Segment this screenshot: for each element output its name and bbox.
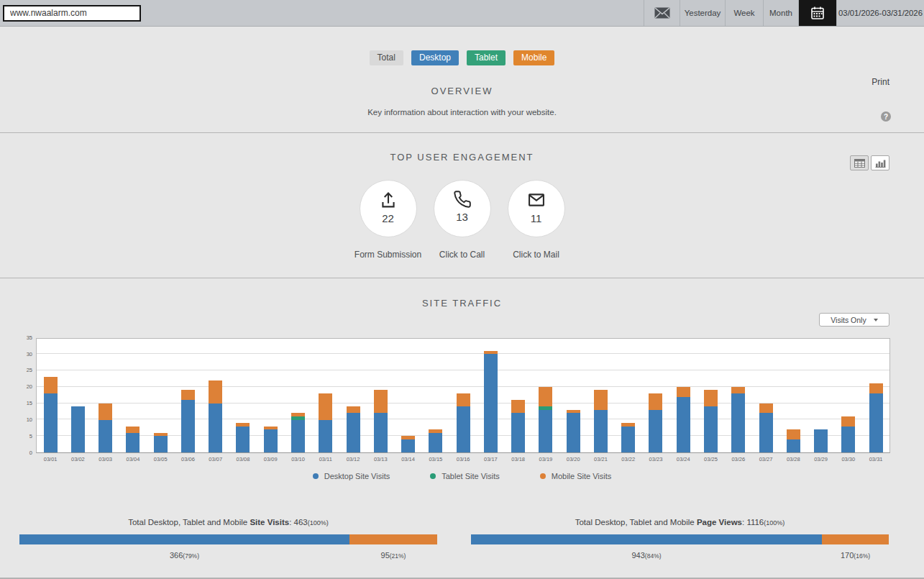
filter-tablet-button[interactable]: Tablet	[467, 50, 506, 65]
stacked-bar-03-08[interactable]	[229, 339, 257, 452]
total-segment-label: 943(84%)	[471, 551, 822, 560]
total-segment-label: 366(79%)	[19, 551, 349, 560]
filter-mobile-button[interactable]: Mobile	[513, 50, 554, 65]
stacked-bar-03-07[interactable]	[202, 339, 229, 452]
x-tick: 03/03	[92, 456, 119, 462]
date-range-label: 03/01/2026-03/31/2026	[836, 0, 924, 26]
bar-segment	[99, 404, 112, 420]
stacked-bar-03-19[interactable]	[532, 339, 559, 452]
stacked-bar-03-15[interactable]	[422, 339, 449, 452]
click-to-mail-circle[interactable]: 11	[508, 180, 565, 237]
stacked-bar-03-22[interactable]	[615, 339, 642, 452]
form-submission-circle[interactable]: 22	[360, 180, 417, 237]
range-yesterday-button[interactable]: Yesterday	[680, 0, 725, 26]
page-views-stacked-bar	[471, 534, 889, 544]
click-to-call-circle[interactable]: 13	[434, 180, 491, 237]
bar-segment	[787, 439, 800, 452]
bar-segment	[319, 420, 332, 453]
bar-segment	[209, 380, 222, 404]
stacked-bar-03-02[interactable]	[64, 339, 91, 452]
bar-segment	[457, 393, 470, 406]
stacked-bar-03-04[interactable]	[119, 339, 147, 452]
bar-segment	[841, 416, 855, 427]
stacked-bar-03-17[interactable]	[477, 339, 504, 452]
calendar-button[interactable]	[798, 0, 836, 26]
overview-title: OVERVIEW	[0, 86, 924, 96]
legend-item[interactable]: Desktop Site Visits	[313, 472, 390, 480]
help-icon[interactable]: ?	[881, 111, 891, 122]
bar-segment	[511, 413, 525, 452]
envelope-icon	[654, 7, 670, 19]
legend-item[interactable]: Tablet Site Visits	[430, 472, 500, 480]
chart-view-button[interactable]	[871, 155, 889, 170]
total-bar-segment	[349, 534, 437, 544]
x-tick: 03/11	[312, 456, 339, 462]
legend-item[interactable]: Mobile Site Visits	[540, 472, 612, 480]
bar-segment	[291, 420, 305, 453]
bar-segment	[347, 413, 360, 452]
stacked-bar-03-25[interactable]	[697, 339, 724, 452]
bar-segment	[126, 433, 139, 452]
stacked-bar-03-13[interactable]	[367, 339, 394, 452]
stacked-bar-03-21[interactable]	[587, 339, 614, 452]
traffic-metric-dropdown[interactable]: Visits Only	[819, 313, 889, 327]
overview-section: Total Desktop Tablet Mobile Print OVERVI…	[0, 27, 924, 133]
y-tick: 35	[27, 335, 32, 341]
stacked-bar-03-16[interactable]	[449, 339, 477, 452]
site-visits-total-title: Total Desktop, Tablet and Mobile Site Vi…	[19, 518, 437, 526]
stacked-bar-03-11[interactable]	[312, 339, 339, 452]
bar-segment	[484, 354, 498, 452]
x-tick: 03/18	[505, 456, 532, 462]
bar-segment	[181, 400, 195, 452]
bar-segment	[99, 420, 112, 453]
range-week-button[interactable]: Week	[725, 0, 763, 26]
stacked-bar-03-10[interactable]	[284, 339, 311, 452]
chart-view-icon	[875, 159, 886, 168]
site-visits-total: Total Desktop, Tablet and Mobile Site Vi…	[19, 518, 437, 560]
bar-segment	[841, 427, 855, 453]
total-segment-label: 95(21%)	[349, 551, 437, 560]
stacked-bar-03-29[interactable]	[807, 339, 834, 452]
x-tick: 03/24	[669, 456, 697, 462]
stacked-bar-03-14[interactable]	[394, 339, 421, 452]
stacked-bar-03-23[interactable]	[642, 339, 669, 452]
website-url-input[interactable]	[3, 5, 141, 22]
stacked-bar-03-09[interactable]	[257, 339, 284, 452]
stacked-bar-03-24[interactable]	[669, 339, 697, 452]
bar-segment	[677, 397, 690, 453]
bar-segment	[704, 406, 718, 452]
engagement-section: TOP USER ENGAGEMENT 22	[0, 133, 924, 278]
range-month-button[interactable]: Month	[763, 0, 798, 26]
bar-segment	[539, 387, 552, 406]
stacked-bar-03-06[interactable]	[174, 339, 201, 452]
x-tick: 03/29	[807, 456, 834, 462]
upload-icon	[378, 190, 398, 210]
bar-segment	[731, 393, 745, 452]
bar-segment	[814, 429, 828, 452]
stacked-bar-03-01[interactable]	[37, 339, 64, 452]
stacked-bar-03-27[interactable]	[752, 339, 779, 452]
stacked-bar-03-30[interactable]	[835, 339, 862, 452]
email-report-button[interactable]	[644, 0, 680, 26]
chart-plot-area	[36, 338, 890, 453]
filter-total-button[interactable]: Total	[370, 50, 403, 65]
click-to-mail-count: 11	[531, 212, 542, 224]
print-link[interactable]: Print	[872, 77, 889, 87]
bar-segment	[787, 429, 800, 439]
stacked-bar-03-26[interactable]	[725, 339, 752, 452]
filter-desktop-button[interactable]: Desktop	[411, 50, 459, 65]
bar-segment	[594, 390, 608, 409]
stacked-bar-03-18[interactable]	[505, 339, 532, 452]
x-tick: 03/14	[394, 456, 421, 462]
bar-segment	[71, 406, 85, 452]
bar-segment	[44, 377, 58, 393]
x-tick: 03/15	[422, 456, 449, 462]
stacked-bar-03-03[interactable]	[92, 339, 119, 452]
stacked-bar-03-28[interactable]	[779, 339, 807, 452]
stacked-bar-03-20[interactable]	[559, 339, 587, 452]
stacked-bar-03-05[interactable]	[147, 339, 174, 452]
table-view-button[interactable]	[850, 155, 869, 170]
x-tick: 03/12	[339, 456, 367, 462]
stacked-bar-03-12[interactable]	[339, 339, 367, 452]
stacked-bar-03-31[interactable]	[862, 339, 889, 452]
